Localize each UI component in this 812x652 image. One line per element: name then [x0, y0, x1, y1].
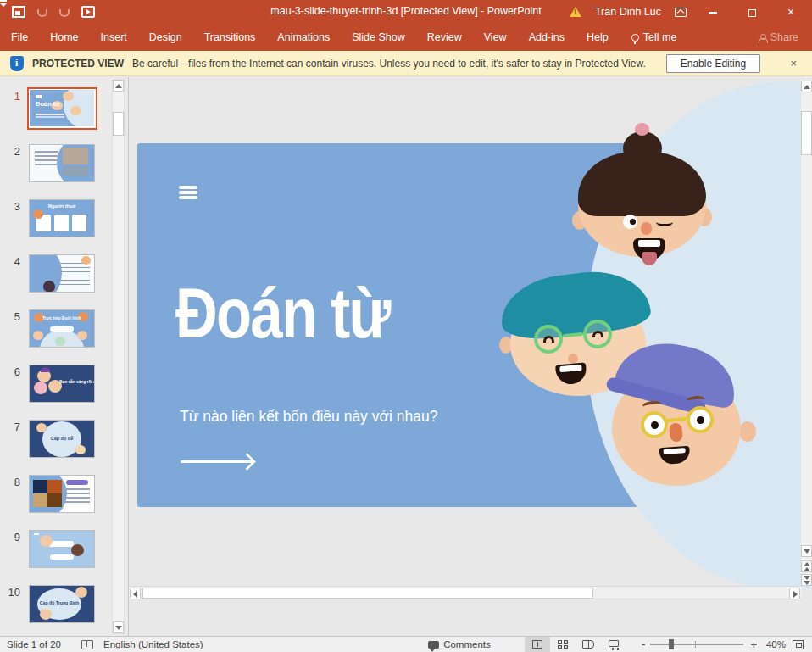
account-warning-icon[interactable] — [570, 7, 581, 17]
slide-thumbnail-3[interactable]: Người thuê — [29, 199, 95, 237]
language-indicator[interactable]: English (United States) — [98, 639, 203, 649]
thumbnail-scroll-down-button[interactable] — [113, 621, 124, 633]
tab-animations[interactable]: Animations — [266, 25, 341, 49]
slide-show-button[interactable] — [601, 637, 626, 652]
scroll-right-button[interactable] — [789, 588, 800, 599]
thumbnail-row-2: 2 — [0, 144, 128, 199]
save-icon[interactable] — [12, 6, 25, 18]
thumb-shape — [40, 535, 53, 547]
normal-view-button[interactable] — [525, 637, 550, 652]
slide-title[interactable]: Đoán từ — [175, 274, 390, 352]
ribbon-tab-bar: File Home Insert Design Transitions Anim… — [0, 24, 812, 51]
tell-me-box[interactable]: Tell me — [625, 25, 684, 49]
horizontal-scrollbar-thumb[interactable] — [142, 588, 593, 599]
scroll-up-button[interactable] — [801, 81, 812, 92]
thumb-shape — [63, 148, 88, 164]
start-from-beginning-icon[interactable] — [81, 6, 95, 18]
slide-number-10: 10 — [0, 585, 20, 599]
slide-thumbnail-5[interactable]: Trực tiếp Đuổi hình — [29, 309, 95, 348]
up-arrow-icon — [804, 85, 810, 89]
slide-thumbnail-4[interactable] — [29, 254, 95, 293]
slide-thumbnail-1[interactable]: Đoán từ — [27, 87, 97, 130]
share-label: Share — [770, 31, 798, 43]
user-name[interactable]: Tran Dinh Luc — [595, 6, 661, 18]
left-arrow-icon — [133, 591, 137, 598]
scroll-left-button[interactable] — [130, 588, 141, 599]
double-up-arrow-icon2 — [804, 567, 810, 571]
undo-icon[interactable] — [37, 9, 47, 17]
slide-number-9: 9 — [0, 530, 20, 543]
face3-ear — [739, 421, 756, 442]
slide-thumbnail-8[interactable] — [29, 475, 95, 513]
redo-icon[interactable] — [59, 9, 70, 17]
slide-subtitle[interactable]: Từ nào liên kết bốn điều này với nhau? — [180, 408, 437, 426]
customize-quick-access-icon[interactable] — [107, 8, 115, 17]
tab-slide-show[interactable]: Slide Show — [341, 25, 416, 49]
thumbnail-scroll-up-button[interactable] — [113, 80, 124, 92]
thumbnail-row-9: 9 — [0, 530, 128, 585]
slide-counter[interactable]: Slide 1 of 20 — [0, 639, 76, 649]
tab-file[interactable]: File — [0, 25, 39, 49]
next-slide-button[interactable] — [801, 574, 812, 586]
tab-view[interactable]: View — [473, 25, 518, 49]
reading-view-button[interactable] — [576, 637, 601, 652]
fit-slide-to-window-icon[interactable] — [793, 640, 804, 649]
face1-bun-tie — [635, 123, 649, 136]
tab-add-ins[interactable]: Add-ins — [518, 25, 576, 49]
slide-show-icon — [609, 640, 619, 647]
tab-transitions[interactable]: Transitions — [193, 25, 267, 49]
scroll-down-button[interactable] — [801, 545, 812, 557]
slide-thumbnail-10[interactable]: Cấp độ Trung Bình — [29, 585, 95, 623]
maximize-icon — [748, 9, 756, 17]
thumbnail-row-1: 1Đoán từ — [0, 89, 128, 144]
horizontal-scrollbar[interactable] — [129, 586, 802, 599]
tab-help[interactable]: Help — [576, 25, 620, 49]
tell-me-label: Tell me — [643, 31, 677, 43]
tab-design[interactable]: Design — [138, 25, 193, 49]
enable-editing-button[interactable]: Enable Editing — [666, 54, 760, 73]
face2-left-glass — [534, 325, 563, 354]
ribbon-display-options-icon[interactable] — [675, 8, 687, 17]
thumb-shape — [36, 95, 42, 97]
slide-thumbnail-7[interactable]: Cấp độ dễ — [29, 420, 95, 458]
slide-thumbnail-9[interactable] — [29, 530, 95, 568]
thumb-shape — [33, 480, 62, 507]
face3-right-glass — [687, 406, 714, 433]
right-arrow-icon — [793, 591, 798, 598]
zoom-slider-thumb[interactable] — [669, 639, 674, 649]
previous-slide-button[interactable] — [801, 560, 812, 572]
hamburger-menu-icon[interactable] — [179, 186, 197, 199]
message-bar-close-icon[interactable]: × — [785, 57, 802, 70]
thumbnail-art-4 — [30, 255, 94, 292]
thumb-shape — [35, 151, 58, 168]
thumbnail-scrollbar-thumb[interactable] — [113, 112, 124, 136]
zoom-slider[interactable] — [650, 644, 743, 645]
maximize-button[interactable] — [739, 0, 765, 24]
thumbnail-art-3: Người thuê — [30, 200, 94, 237]
thumb-shape — [36, 114, 64, 115]
tab-insert[interactable]: Insert — [90, 25, 138, 49]
comments-button[interactable]: Comments — [428, 639, 525, 649]
spell-check-icon[interactable] — [81, 639, 93, 649]
minimize-button[interactable] — [700, 0, 726, 24]
zoom-out-button[interactable]: - — [626, 638, 651, 651]
thumbnail-scrollbar[interactable] — [112, 79, 125, 634]
vertical-scrollbar-thumb[interactable] — [801, 111, 812, 155]
slide-sorter-view-button[interactable] — [550, 637, 576, 652]
vertical-scrollbar[interactable] — [801, 81, 812, 586]
zoom-in-button[interactable]: + — [743, 638, 764, 651]
tab-review[interactable]: Review — [416, 25, 473, 49]
slide-thumbnail-2[interactable] — [29, 144, 95, 182]
share-button[interactable]: Share — [759, 31, 798, 43]
double-up-arrow-icon — [804, 562, 810, 566]
status-bar-right: Comments - + 40% — [428, 637, 812, 652]
thumb-shape — [59, 263, 90, 285]
tab-home[interactable]: Home — [39, 25, 89, 49]
zoom-percentage[interactable]: 40% — [764, 639, 793, 649]
close-button[interactable]: × — [778, 0, 804, 24]
title-bar-right: Tran Dinh Luc × — [570, 0, 812, 24]
face1-hair-bun — [623, 131, 662, 165]
slide-number-8: 8 — [0, 475, 20, 488]
face2-closed-eye-right — [592, 331, 603, 337]
slide-thumbnail-6[interactable]: Bạn sẵn sàng rồi chứ? — [29, 365, 95, 403]
